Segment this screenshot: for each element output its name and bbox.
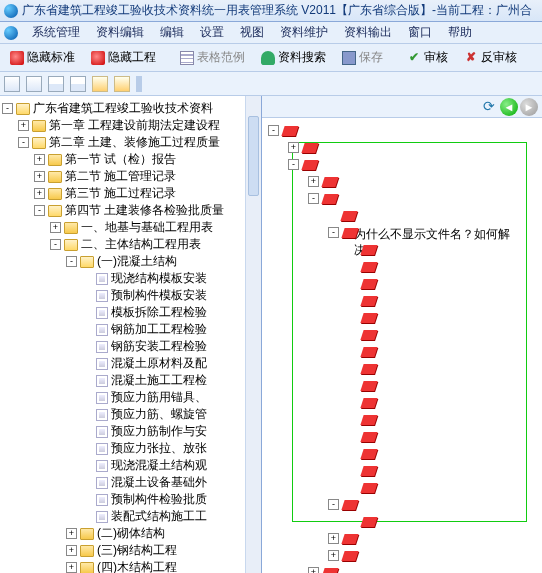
tree-ch1[interactable]: +第一章 工程建设前期法定建设程 xyxy=(18,117,259,134)
right-tree-item[interactable] xyxy=(268,275,379,292)
scrollbar-thumb[interactable] xyxy=(248,116,259,196)
right-tree-item[interactable]: + xyxy=(268,564,379,573)
expand-icon[interactable]: + xyxy=(34,171,45,182)
tree-leaf[interactable]: 预制构件检验批质 xyxy=(82,491,259,508)
right-tree-item[interactable]: + xyxy=(268,547,379,564)
tree-leaf[interactable]: 钢筋加工工程检验 xyxy=(82,321,259,338)
tree-leaf[interactable]: 现浇结构模板安装 xyxy=(82,270,259,287)
expand-icon[interactable]: + xyxy=(66,528,77,539)
btn-review[interactable]: ✔审核 xyxy=(401,47,454,68)
tree-leaf[interactable]: 混凝土设备基础外 xyxy=(82,474,259,491)
tree-leaf[interactable]: 混凝土原材料及配 xyxy=(82,355,259,372)
expand-icon[interactable]: + xyxy=(308,567,319,573)
tree-leaf[interactable]: 混凝土施工工程检 xyxy=(82,372,259,389)
menu-window[interactable]: 窗口 xyxy=(400,22,440,43)
folder-icon[interactable] xyxy=(114,76,130,92)
tree-leaf[interactable]: 预制构件模板安装 xyxy=(82,287,259,304)
scrollbar-vertical[interactable] xyxy=(245,96,261,573)
right-tree-item[interactable]: + xyxy=(268,139,379,156)
right-tree-item[interactable]: - xyxy=(268,496,379,513)
collapse-icon[interactable]: - xyxy=(66,256,77,267)
tree-leaf[interactable]: 预应力筋、螺旋管 xyxy=(82,406,259,423)
menu-help[interactable]: 帮助 xyxy=(440,22,480,43)
tree-ch2-4-2-4[interactable]: +(四)木结构工程 xyxy=(66,559,259,573)
right-tree-item[interactable]: + xyxy=(268,173,379,190)
tree-leaf[interactable]: 预应力张拉、放张 xyxy=(82,440,259,457)
tree-root[interactable]: -广东省建筑工程竣工验收技术资料 xyxy=(2,100,259,117)
btn-table-demo[interactable]: 表格范例 xyxy=(174,47,251,68)
tree-leaf[interactable]: 装配式结构施工工 xyxy=(82,508,259,525)
btn-search[interactable]: 资料搜索 xyxy=(255,47,332,68)
tree-ch2-4[interactable]: -第四节 土建装修各检验批质量 xyxy=(34,202,259,219)
expand-icon[interactable]: + xyxy=(66,545,77,556)
menu-output[interactable]: 资料输出 xyxy=(336,22,400,43)
menu-edit[interactable]: 编辑 xyxy=(152,22,192,43)
copy-icon[interactable] xyxy=(48,76,64,92)
collapse-icon[interactable]: - xyxy=(328,227,339,238)
tree-ch2-4-2[interactable]: -二、主体结构工程用表 xyxy=(50,236,259,253)
right-tree-item[interactable] xyxy=(268,207,379,224)
expand-icon[interactable]: + xyxy=(34,154,45,165)
tree-ch2-4-2-2[interactable]: +(二)砌体结构 xyxy=(66,525,259,542)
nav-back-button[interactable]: ◄ xyxy=(500,98,518,116)
open-icon[interactable] xyxy=(26,76,42,92)
right-tree-item[interactable] xyxy=(268,309,379,326)
tree-ch2[interactable]: -第二章 土建、装修施工过程质量 xyxy=(18,134,259,151)
right-tree-item[interactable]: - xyxy=(268,190,379,207)
right-tree-item[interactable]: + xyxy=(268,530,379,547)
cut-icon[interactable] xyxy=(70,76,86,92)
collapse-icon[interactable]: - xyxy=(288,159,299,170)
right-tree-item[interactable] xyxy=(268,360,379,377)
right-tree-item[interactable] xyxy=(268,411,379,428)
collapse-icon[interactable]: - xyxy=(34,205,45,216)
tree-leaf[interactable]: 现浇混凝土结构观 xyxy=(82,457,259,474)
btn-unreview[interactable]: ✘反审核 xyxy=(458,47,523,68)
right-tree-item[interactable] xyxy=(268,462,379,479)
expand-icon[interactable]: + xyxy=(328,533,339,544)
paste-icon[interactable] xyxy=(92,76,108,92)
right-tree-item[interactable] xyxy=(268,513,379,530)
right-tree-item[interactable] xyxy=(268,377,379,394)
expand-icon[interactable]: + xyxy=(328,550,339,561)
expand-icon[interactable]: + xyxy=(34,188,45,199)
menu-system[interactable]: 系统管理 xyxy=(24,22,88,43)
right-tree-item[interactable] xyxy=(268,445,379,462)
tree-ch2-3[interactable]: +第三节 施工过程记录 xyxy=(34,185,259,202)
right-tree-item[interactable] xyxy=(268,428,379,445)
new-doc-icon[interactable] xyxy=(4,76,20,92)
right-tree-item[interactable] xyxy=(268,394,379,411)
tree-ch2-4-2-1[interactable]: -(一)混凝土结构 xyxy=(66,253,259,270)
collapse-icon[interactable]: - xyxy=(268,125,279,136)
collapse-icon[interactable]: - xyxy=(50,239,61,250)
expand-icon[interactable]: + xyxy=(50,222,61,233)
right-tree-item[interactable]: - xyxy=(268,156,379,173)
tree-ch2-2[interactable]: +第二节 施工管理记录 xyxy=(34,168,259,185)
right-tree-item[interactable] xyxy=(268,326,379,343)
btn-save[interactable]: 保存 xyxy=(336,47,389,68)
collapse-icon[interactable]: - xyxy=(18,137,29,148)
btn-hide-project[interactable]: 隐藏工程 xyxy=(85,47,162,68)
menu-data-edit[interactable]: 资料编辑 xyxy=(88,22,152,43)
tree-ch2-4-1[interactable]: +一、地基与基础工程用表 xyxy=(50,219,259,236)
menu-view[interactable]: 视图 xyxy=(232,22,272,43)
collapse-icon[interactable]: - xyxy=(308,193,319,204)
tree-ch2-1[interactable]: +第一节 试（检）报告 xyxy=(34,151,259,168)
tree-ch2-4-2-3[interactable]: +(三)钢结构工程 xyxy=(66,542,259,559)
tree-leaf[interactable]: 模板拆除工程检验 xyxy=(82,304,259,321)
right-tree-item[interactable]: - xyxy=(268,122,379,139)
right-tree-item[interactable] xyxy=(268,292,379,309)
right-item-tree[interactable]: -+-+---++++ xyxy=(268,122,379,573)
collapse-icon[interactable]: - xyxy=(328,499,339,510)
tree-leaf[interactable]: 钢筋安装工程检验 xyxy=(82,338,259,355)
expand-icon[interactable]: + xyxy=(18,120,29,131)
right-tree-item[interactable] xyxy=(268,343,379,360)
tree-leaf[interactable]: 预应力筋制作与安 xyxy=(82,423,259,440)
right-tree-item[interactable] xyxy=(268,479,379,496)
splitter-grip[interactable] xyxy=(136,76,142,92)
menu-settings[interactable]: 设置 xyxy=(192,22,232,43)
btn-hide-standard[interactable]: 隐藏标准 xyxy=(4,47,81,68)
right-tree-item[interactable]: - xyxy=(268,224,379,241)
expand-icon[interactable]: + xyxy=(66,562,77,573)
btn-stats[interactable]: Σ统计 xyxy=(535,47,542,68)
nav-forward-button[interactable]: ► xyxy=(520,98,538,116)
